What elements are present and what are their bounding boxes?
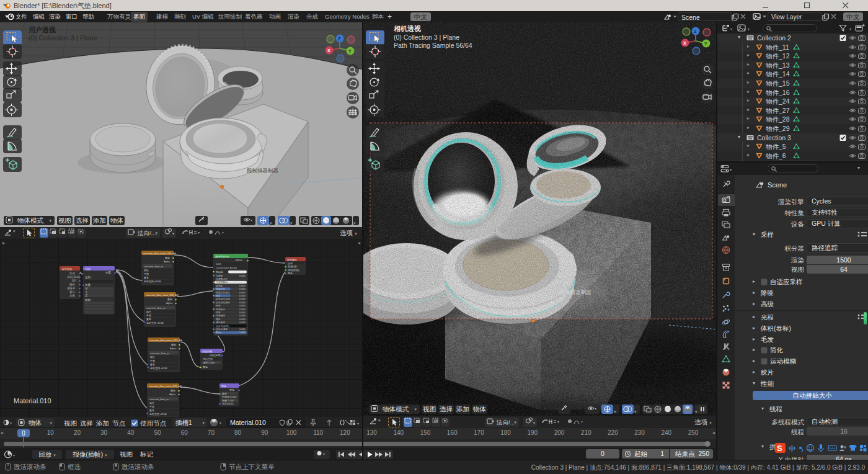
svg-text:▸: ▸ xyxy=(2,240,5,246)
svg-text:180: 180 xyxy=(500,429,511,436)
svg-text:▾: ▾ xyxy=(198,231,200,235)
svg-text:UV: UV xyxy=(72,279,76,282)
svg-text:强度 1.000: 强度 1.000 xyxy=(203,361,215,364)
svg-text:段制排器制器: 段制排器制器 xyxy=(247,168,279,174)
svg-text:清漆糙度: 清漆糙度 xyxy=(216,314,225,317)
svg-text:▾: ▾ xyxy=(595,407,596,411)
svg-text:0.500: 0.500 xyxy=(239,295,246,297)
svg-text:Alpha: Alpha xyxy=(216,331,223,334)
svg-text:0.000: 0.000 xyxy=(239,318,246,321)
svg-text:130: 130 xyxy=(366,429,377,436)
svg-text:金属度: 金属度 xyxy=(216,284,223,287)
svg-text:210: 210 xyxy=(581,429,591,436)
svg-text:80: 80 xyxy=(234,429,242,436)
svg-text:镜面反射: 镜面反射 xyxy=(215,287,225,290)
svg-text:1.000: 1.000 xyxy=(239,331,246,334)
svg-text:0.000: 0.000 xyxy=(239,311,246,314)
svg-text:Z: Z xyxy=(338,37,341,41)
svg-text:60: 60 xyxy=(181,429,188,436)
svg-text:Y: Y xyxy=(704,42,707,46)
svg-text:矢量: 矢量 xyxy=(105,271,112,274)
svg-text:▾: ▾ xyxy=(10,421,12,425)
svg-text:Material.010: Material.010 xyxy=(14,397,51,405)
svg-text:1.000: 1.000 xyxy=(239,328,246,331)
svg-text:Y: Y xyxy=(348,49,352,53)
svg-text:清漆: 清漆 xyxy=(216,311,221,314)
svg-text:全部: 全部 xyxy=(288,262,293,265)
svg-text:摄像机: 摄像机 xyxy=(67,287,76,290)
svg-text:类型:: 类型: xyxy=(85,275,91,279)
svg-text:透射糙度: 透射糙度 xyxy=(216,321,225,324)
svg-text:次表面: 次表面 xyxy=(216,274,223,277)
svg-text:▾: ▾ xyxy=(323,452,325,456)
svg-text:BSDF: BSDF xyxy=(236,259,242,262)
svg-text:重复: 重复 xyxy=(143,276,149,279)
svg-text:220: 220 xyxy=(608,429,618,436)
svg-text:法线贴图: 法线贴图 xyxy=(202,350,212,353)
svg-text:反射: 反射 xyxy=(69,294,76,297)
svg-text:生成: 生成 xyxy=(69,272,76,275)
svg-text:0.000: 0.000 xyxy=(239,308,246,311)
svg-text:X: X xyxy=(683,41,686,45)
svg-text:置换: 置换 xyxy=(229,388,234,391)
svg-text:▾: ▾ xyxy=(748,27,750,31)
svg-text:段制排器制器: 段制排器制器 xyxy=(560,289,592,295)
svg-text:concrete_floor_w...: concrete_floor_w... xyxy=(144,265,165,268)
svg-text:▾: ▾ xyxy=(557,420,559,424)
svg-text:◂: ◂ xyxy=(358,240,360,246)
svg-text:150: 150 xyxy=(420,429,431,436)
svg-text:90: 90 xyxy=(261,429,268,436)
svg-text:▾: ▾ xyxy=(849,27,851,31)
svg-text:矢量: 矢量 xyxy=(85,284,91,287)
svg-text:▾: ▾ xyxy=(730,168,732,172)
svg-text:相机透视: 相机透视 xyxy=(393,25,421,32)
svg-text:100: 100 xyxy=(286,429,297,436)
svg-text:法向(插值): 法向(插值) xyxy=(210,354,221,357)
svg-text:▾: ▾ xyxy=(250,218,252,222)
svg-text:颜色: 颜色 xyxy=(165,256,170,259)
svg-text:Alpha: Alpha xyxy=(164,260,170,263)
svg-text:20: 20 xyxy=(74,429,81,436)
svg-text:120: 120 xyxy=(340,429,350,436)
svg-text:230: 230 xyxy=(634,429,645,436)
svg-text:170: 170 xyxy=(474,429,484,436)
svg-text:基础色: 基础色 xyxy=(216,271,223,274)
svg-text:110: 110 xyxy=(313,429,323,436)
svg-text:160: 160 xyxy=(447,429,458,436)
svg-text:S: S xyxy=(777,444,782,453)
svg-text:▸: ▸ xyxy=(1,430,4,436)
svg-text:70: 70 xyxy=(208,429,215,436)
svg-text:▾: ▾ xyxy=(581,420,583,424)
svg-text:Path Tracing Sample 56/64: Path Tracing Sample 56/64 xyxy=(394,42,472,49)
svg-text:50: 50 xyxy=(154,429,161,436)
svg-text:▾: ▾ xyxy=(13,454,15,457)
svg-text:◂: ◂ xyxy=(712,430,715,436)
svg-text:光泽染色: 光泽染色 xyxy=(216,308,225,311)
svg-text:置换: 置换 xyxy=(287,272,293,275)
svg-text:表(曲)面: 表(曲)面 xyxy=(288,265,297,268)
svg-text:物体: 物体 xyxy=(69,282,76,287)
svg-text:Z: Z xyxy=(86,294,87,297)
svg-text:250: 250 xyxy=(688,429,699,436)
svg-text:0.000: 0.000 xyxy=(239,292,246,294)
svg-text:Christensen-Burley: Christensen-Burley xyxy=(216,266,237,269)
svg-text:自发光(发射): 自发光(发射) xyxy=(216,324,229,328)
svg-text:X: X xyxy=(86,287,87,290)
svg-text:法向(插值): 法向(插值) xyxy=(222,402,234,405)
svg-text:次表面颜色: 次表面颜色 xyxy=(216,280,228,284)
svg-text:镜面反射染色: 镜面反射染色 xyxy=(215,291,230,294)
svg-text:法向(插值): 法向(插值) xyxy=(67,275,80,279)
svg-text:旋转:: 旋转: xyxy=(85,298,91,302)
svg-text:Z: Z xyxy=(694,29,697,34)
svg-text:0.030: 0.030 xyxy=(239,315,246,317)
svg-text:平面: 平面 xyxy=(144,272,149,275)
svg-text:▾: ▾ xyxy=(222,231,224,235)
svg-text:透射: 透射 xyxy=(216,318,221,321)
svg-text:▾: ▾ xyxy=(219,421,221,425)
svg-text:0.500: 0.500 xyxy=(239,288,246,290)
svg-text:200: 200 xyxy=(554,429,565,436)
svg-text:0.000: 0.000 xyxy=(239,321,246,324)
svg-text:各向异性过滤: 各向异性过滤 xyxy=(216,297,230,300)
svg-text:颜色: 颜色 xyxy=(203,365,208,369)
svg-text:(0) Collection 3 | Plane: (0) Collection 3 | Plane xyxy=(394,34,459,41)
